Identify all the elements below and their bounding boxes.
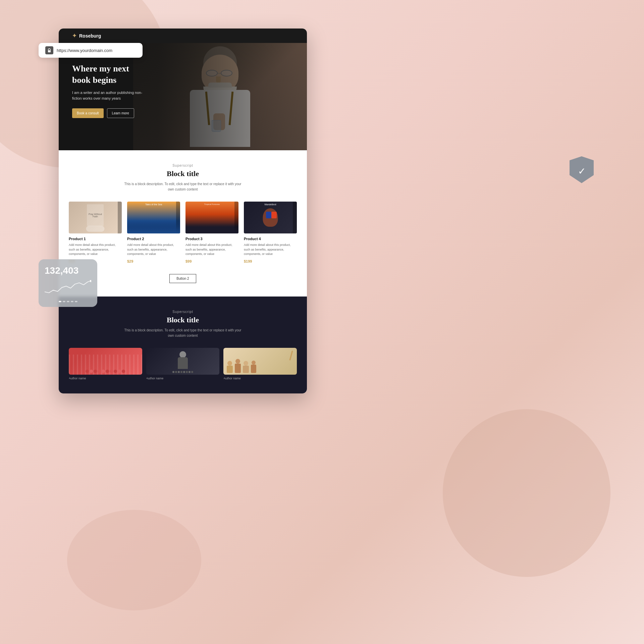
dark-title: Block title bbox=[69, 316, 297, 324]
products-grid: Pray Without Faith Product 1 Add more de… bbox=[69, 202, 297, 263]
product-3-name: Product 3 bbox=[185, 237, 238, 241]
gallery-photo-2 bbox=[146, 348, 220, 375]
stats-number: 132,403 bbox=[45, 265, 91, 276]
gallery-item-2: Author name bbox=[146, 348, 220, 380]
stats-dot bbox=[67, 301, 69, 302]
security-badge-shape: ✓ bbox=[570, 156, 594, 183]
products-title: Block title bbox=[69, 169, 297, 178]
dark-superscript: Superscript bbox=[69, 310, 297, 314]
product-2-desc: Add more detail about this product, such… bbox=[127, 243, 180, 257]
gallery-item-1: Author name bbox=[69, 348, 142, 380]
url-text: https://www.yourdomain.com bbox=[57, 48, 112, 53]
gallery-grid: Author name bbox=[69, 348, 297, 380]
gallery-caption-3: Author name bbox=[223, 377, 297, 380]
nav-logo: ✦ Roseburg bbox=[72, 33, 101, 39]
lock-icon bbox=[45, 46, 53, 54]
stats-dot bbox=[75, 301, 77, 302]
product-4-price: $199 bbox=[244, 259, 297, 263]
hero-title: Where my next book begins bbox=[72, 63, 146, 86]
product-1-name: Product 1 bbox=[69, 237, 122, 241]
product-card-4: Mandelbrot Product 4 Add more detail abo… bbox=[244, 202, 297, 263]
logo-text: Roseburg bbox=[79, 33, 101, 39]
book-cover-4: Mandelbrot bbox=[244, 202, 297, 233]
book-spine bbox=[118, 202, 122, 233]
gallery-caption-2: Author name bbox=[146, 377, 220, 380]
svg-point-1 bbox=[90, 280, 91, 282]
book-water bbox=[127, 220, 180, 233]
book-cover-2: Tales of the Sea bbox=[127, 202, 180, 233]
book-cover-1: Pray Without Faith bbox=[69, 202, 122, 233]
product-3-price: $99 bbox=[185, 259, 238, 263]
gallery-item-3: Author name bbox=[223, 348, 297, 380]
check-icon: ✓ bbox=[578, 166, 586, 177]
gallery-caption-1: Author name bbox=[69, 377, 142, 380]
logo-icon: ✦ bbox=[72, 33, 76, 39]
bg-shape-3 bbox=[67, 510, 201, 610]
product-card-2: Tales of the Sea Product 2 Add more deta… bbox=[127, 202, 180, 263]
product-3-desc: Add more detail about this product, such… bbox=[185, 243, 238, 257]
stats-dot bbox=[71, 301, 73, 302]
website: ✦ Roseburg bbox=[59, 29, 307, 393]
bg-shape-2 bbox=[443, 409, 610, 577]
product-2-price: $29 bbox=[127, 259, 180, 263]
product-4-name: Product 4 bbox=[244, 237, 297, 241]
product-card-1: Pray Without Faith Product 1 Add more de… bbox=[69, 202, 122, 263]
gallery-photo-3 bbox=[223, 348, 297, 375]
stats-widget: 132,403 bbox=[39, 259, 97, 307]
book-consult-button[interactable]: Book a consult bbox=[72, 108, 104, 118]
products-superscript: Superscript bbox=[69, 164, 297, 167]
dark-section: Superscript Block title This is a block … bbox=[59, 297, 307, 393]
gallery-photo-1 bbox=[69, 348, 142, 375]
hero-buttons: Book a consult Learn more bbox=[72, 108, 146, 118]
product-2-name: Product 2 bbox=[127, 237, 180, 241]
stats-dot bbox=[63, 301, 65, 302]
book-cover-3: Tropical Fortunes bbox=[185, 202, 238, 233]
browser-frame: ✦ Roseburg bbox=[59, 29, 307, 393]
product-1-desc: Add more detail about this product, such… bbox=[69, 243, 122, 257]
security-badge: ✓ bbox=[570, 156, 594, 183]
svg-rect-0 bbox=[48, 50, 51, 52]
hero-section: Where my next book begins I am a writer … bbox=[59, 43, 307, 150]
stats-chart bbox=[45, 280, 91, 297]
product-4-desc: Add more detail about this product, such… bbox=[244, 243, 297, 257]
stats-dots bbox=[45, 301, 91, 302]
button-2[interactable]: Button 2 bbox=[169, 274, 196, 283]
stats-dot bbox=[59, 301, 61, 302]
hero-subtitle: I am a writer and an author publishing n… bbox=[72, 90, 146, 102]
url-bar[interactable]: https://www.yourdomain.com bbox=[39, 43, 143, 58]
learn-more-button[interactable]: Learn more bbox=[107, 108, 134, 118]
product-card-3: Tropical Fortunes Product 3 Add more det… bbox=[185, 202, 238, 263]
book-spine bbox=[293, 202, 297, 233]
dark-description: This is a block description. To edit, cl… bbox=[122, 328, 243, 338]
navigation: ✦ Roseburg bbox=[59, 29, 307, 43]
products-description: This is a block description. To edit, cl… bbox=[122, 181, 243, 192]
